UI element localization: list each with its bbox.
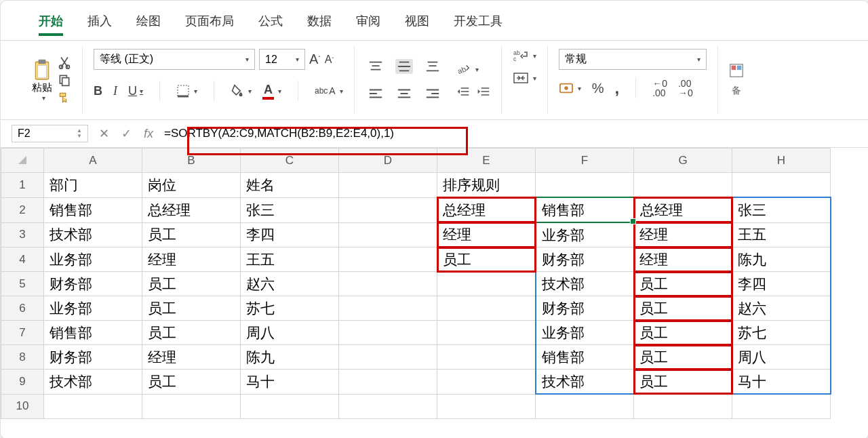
cell-B3[interactable]: 员工 bbox=[142, 222, 241, 247]
cell-G5[interactable]: 员工 bbox=[634, 272, 732, 296]
cell-D6[interactable] bbox=[339, 296, 437, 321]
cell-G4[interactable]: 经理 bbox=[634, 247, 732, 272]
cell-G3[interactable]: 经理 bbox=[634, 222, 732, 247]
cell-G8[interactable]: 员工 bbox=[634, 345, 732, 370]
tab-home[interactable]: 开始 bbox=[26, 9, 75, 33]
cell-C5[interactable]: 赵六 bbox=[241, 272, 339, 296]
cell-F6[interactable]: 财务部 bbox=[536, 296, 634, 321]
cut-icon[interactable] bbox=[58, 56, 71, 69]
align-middle-icon[interactable] bbox=[395, 59, 413, 74]
cell-B7[interactable]: 员工 bbox=[142, 321, 241, 345]
font-color-button[interactable]: A ▾ bbox=[262, 83, 281, 100]
col-header-F[interactable]: F bbox=[536, 148, 634, 173]
cell-G2[interactable]: 总经理 bbox=[634, 197, 732, 222]
tab-data[interactable]: 数据 bbox=[295, 9, 344, 33]
cell-C4[interactable]: 王五 bbox=[241, 247, 339, 272]
row-header[interactable]: 7 bbox=[1, 321, 44, 345]
cell-A2[interactable]: 销售部 bbox=[44, 197, 142, 222]
cell-A5[interactable]: 财务部 bbox=[44, 272, 142, 296]
cell-H9[interactable]: 马十 bbox=[732, 370, 831, 395]
increase-decimal-icon[interactable]: ←0.00 bbox=[652, 79, 667, 98]
format-painter-icon[interactable] bbox=[58, 91, 71, 104]
cell-C2[interactable]: 张三 bbox=[241, 197, 339, 222]
cell-E8[interactable] bbox=[437, 345, 536, 370]
wrap-text-button[interactable]: abc ▾ bbox=[513, 49, 536, 62]
cell-A6[interactable]: 业务部 bbox=[44, 296, 142, 321]
cell-A1[interactable]: 部门 bbox=[44, 173, 142, 198]
cell-F1[interactable] bbox=[536, 173, 634, 198]
bold-button[interactable]: B bbox=[94, 84, 102, 98]
percent-button[interactable]: % bbox=[592, 81, 604, 96]
row-header[interactable]: 9 bbox=[1, 370, 44, 395]
copy-icon[interactable] bbox=[58, 73, 71, 87]
phonetic-guide-button[interactable]: abcA ▾ bbox=[315, 85, 343, 96]
number-format-dropdown[interactable]: 常规 ▾ bbox=[559, 49, 707, 70]
cell-F2[interactable]: 销售部 bbox=[536, 197, 634, 222]
cell-E7[interactable] bbox=[437, 321, 536, 345]
decrease-decimal-icon[interactable]: .00→0 bbox=[678, 79, 693, 98]
underline-button[interactable]: U▾ bbox=[128, 84, 143, 98]
align-right-icon[interactable] bbox=[425, 87, 440, 100]
cell-G7[interactable]: 员工 bbox=[634, 321, 732, 345]
cell-A8[interactable]: 财务部 bbox=[44, 345, 142, 370]
fill-color-button[interactable]: ▾ bbox=[231, 84, 252, 98]
cell-A3[interactable]: 技术部 bbox=[44, 222, 142, 247]
align-left-icon[interactable] bbox=[368, 87, 383, 100]
cell-C1[interactable]: 姓名 bbox=[241, 173, 339, 198]
merge-cells-button[interactable]: ▾ bbox=[513, 72, 536, 84]
cell-D4[interactable] bbox=[339, 247, 437, 272]
border-button[interactable]: ▾ bbox=[176, 84, 197, 98]
fx-icon[interactable]: fx bbox=[144, 127, 153, 141]
increase-font-icon[interactable]: Aˆ bbox=[309, 49, 321, 70]
tab-formulas[interactable]: 公式 bbox=[246, 9, 295, 33]
align-top-icon[interactable] bbox=[368, 60, 383, 73]
cell-D8[interactable] bbox=[339, 345, 437, 370]
cell-E9[interactable] bbox=[437, 370, 536, 395]
cell-E3[interactable]: 经理 bbox=[437, 222, 536, 247]
cell-G6[interactable]: 员工 bbox=[634, 296, 732, 321]
cell-H3[interactable]: 王五 bbox=[732, 222, 831, 247]
cell-G1[interactable] bbox=[634, 173, 732, 198]
cell-B4[interactable]: 经理 bbox=[142, 247, 241, 272]
tab-page-layout[interactable]: 页面布局 bbox=[173, 9, 246, 33]
spreadsheet[interactable]: A B C D E F G H 1部门岗位姓名排序规则2销售部总经理张三总经理销… bbox=[1, 148, 868, 437]
align-bottom-icon[interactable] bbox=[425, 60, 440, 73]
font-name-dropdown[interactable]: 等线 (正文) ▾ bbox=[94, 49, 255, 70]
comma-button[interactable]: , bbox=[615, 79, 620, 98]
formula-input[interactable] bbox=[161, 125, 865, 142]
col-header-E[interactable]: E bbox=[437, 148, 536, 173]
cell-A4[interactable]: 业务部 bbox=[44, 247, 142, 272]
cell-A9[interactable]: 技术部 bbox=[44, 370, 142, 395]
col-header-G[interactable]: G bbox=[634, 148, 732, 173]
cell-B10[interactable] bbox=[142, 394, 241, 419]
cell-B5[interactable]: 员工 bbox=[142, 272, 241, 296]
cell-A7[interactable]: 销售部 bbox=[44, 321, 142, 345]
cell-E10[interactable] bbox=[437, 394, 536, 419]
paste-button[interactable]: 粘贴 ▾ bbox=[32, 58, 52, 102]
col-header-B[interactable]: B bbox=[142, 148, 241, 173]
cell-H4[interactable]: 陈九 bbox=[732, 247, 831, 272]
row-header[interactable]: 8 bbox=[1, 345, 44, 370]
cell-F5[interactable]: 技术部 bbox=[536, 272, 634, 296]
currency-button[interactable]: ▾ bbox=[559, 81, 581, 95]
col-header-A[interactable]: A bbox=[44, 148, 142, 173]
row-header[interactable]: 2 bbox=[1, 197, 44, 222]
cell-G10[interactable] bbox=[634, 394, 732, 419]
cell-G9[interactable]: 员工 bbox=[634, 370, 732, 395]
cell-E1[interactable]: 排序规则 bbox=[437, 173, 536, 198]
cell-D5[interactable] bbox=[339, 272, 437, 296]
row-header[interactable]: 10 bbox=[1, 394, 44, 419]
cell-C6[interactable]: 苏七 bbox=[241, 296, 339, 321]
cell-H10[interactable] bbox=[732, 394, 831, 419]
cell-D7[interactable] bbox=[339, 321, 437, 345]
select-all-corner[interactable] bbox=[1, 148, 44, 173]
cell-B9[interactable]: 员工 bbox=[142, 370, 241, 395]
increase-indent-icon[interactable] bbox=[477, 85, 490, 98]
cell-D10[interactable] bbox=[339, 394, 437, 419]
orientation-button[interactable]: ab ▾ bbox=[456, 62, 490, 76]
cell-H2[interactable]: 张三 bbox=[732, 197, 831, 222]
tab-insert[interactable]: 插入 bbox=[75, 9, 124, 33]
row-header[interactable]: 6 bbox=[1, 296, 44, 321]
cell-F10[interactable] bbox=[536, 394, 634, 419]
cell-E4[interactable]: 员工 bbox=[437, 247, 536, 272]
